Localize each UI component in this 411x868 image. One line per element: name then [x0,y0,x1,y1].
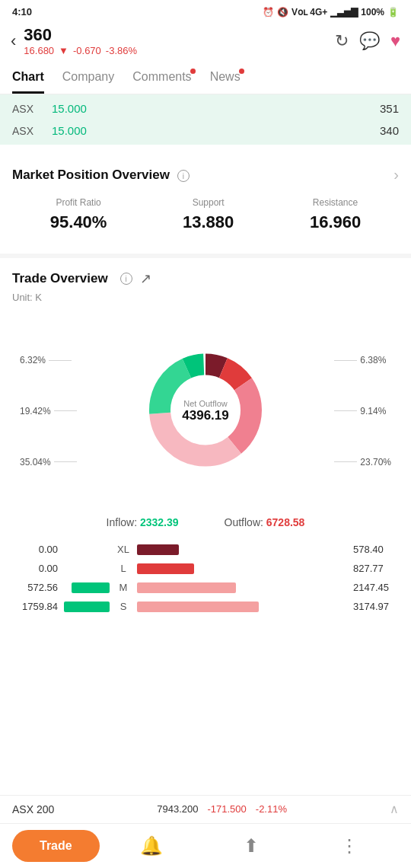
m-right-bar [137,582,236,593]
market-position-section: Market Position Overview i › Profit Rati… [0,154,411,254]
donut-right-label-2: 9.14% [334,406,391,416]
bottom-nav: Trade 🔔 ⬆ ⋮ [0,823,411,868]
ticker-pct: -2.11% [256,803,287,815]
donut-center-value: 4396.19 [182,408,228,423]
ticker-values: 7943.200 -171.500 -2.11% [157,803,287,815]
l-label: L [116,563,131,574]
trade-overview-title: Trade Overview [12,271,108,286]
bar-row-m: 572.56 M 2147.45 [12,582,399,593]
asx-label-1: ASX [12,103,43,115]
asx-table: ASX 15.000 351 ASX 15.000 340 [0,94,411,145]
l-left-fill [64,563,110,574]
s-left-bar [64,602,110,612]
l-right-bar [137,563,194,574]
status-bar: 4:10 ⏰ 🔇 Vᴏʟ 4G+ ▁▃▅▇ 100% 🔋 [0,0,411,21]
stock-price: 16.680 [24,45,54,56]
bar-row-xl: 0.00 XL 578.40 [12,544,399,555]
s-right-bar [137,602,259,612]
s-label: S [116,601,131,612]
tab-company[interactable]: Company [62,64,114,94]
tab-bar: Chart Company Comments News [0,64,411,94]
market-stats: Profit Ratio 95.40% Support 13.880 Resis… [12,194,399,247]
asx-row-2: ASX 15.000 340 [0,120,411,142]
nav-icons: 🔔 ⬆ ⋮ [100,835,399,857]
trade-overview-section: Trade Overview i ↗ Unit: K 6.32% 19.42% … [0,254,411,544]
tab-comments[interactable]: Comments [132,64,191,94]
price-change: -0.670 [73,45,101,56]
more-nav-icon[interactable]: ⋮ [340,835,358,857]
mute-icon: 🔇 [277,7,288,18]
stat-support: Support 13.880 [183,197,234,232]
asx-row-1: ASX 15.000 351 [0,97,411,120]
asx-price-2: 15.000 [52,124,371,137]
back-button[interactable]: ‹ [11,33,16,49]
tab-chart[interactable]: Chart [12,64,44,94]
m-left-bar [72,582,110,593]
asx-vol-1: 351 [380,102,399,115]
asx-vol-2: 340 [380,124,399,137]
xl-right-fill [137,544,347,555]
donut-left-label-2: 19.42% [20,406,77,416]
flow-row: Inflow: 2332.39 Outflow: 6728.58 [12,510,399,538]
stat-profit-ratio: Profit Ratio 95.40% [50,197,107,232]
xl-right-val: 578.40 [353,544,399,555]
m-right-fill [137,582,347,593]
share-nav-icon[interactable]: ⬆ [244,835,259,857]
m-left-val: 572.56 [12,582,58,593]
donut-right-label-1: 6.38% [334,355,391,365]
inflow-value: 2332.39 [140,516,179,528]
stat-resistance: Resistance 16.960 [310,197,361,232]
comments-dot [190,69,196,74]
xl-left-fill [64,544,110,555]
l-right-fill [137,563,347,574]
market-position-chevron[interactable]: › [393,166,399,183]
bar-table: 0.00 XL 578.40 0.00 L 827.77 572.56 M 21… [0,544,411,632]
m-right-val: 2147.45 [353,582,399,593]
trade-button[interactable]: Trade [12,830,100,862]
trade-unit-label: Unit: K [12,292,399,303]
inflow-label: Inflow: 2332.39 [107,516,179,528]
xl-left-val: 0.00 [12,544,58,555]
chat-icon[interactable]: 💬 [359,31,380,51]
market-position-info-icon[interactable]: i [177,170,190,182]
donut-left-label-3: 35.04% [20,457,77,468]
bar-row-s: 1759.84 S 3174.97 [12,601,399,612]
battery-icon: 🔋 [387,7,399,18]
trade-overview-header: Trade Overview i ↗ [12,270,399,287]
market-position-title: Market Position Overview [12,168,170,182]
outflow-label: Outflow: 6728.58 [225,516,305,528]
ticker-change: -171.500 [207,803,246,815]
alert-nav-icon[interactable]: 🔔 [140,835,163,857]
market-position-header: Market Position Overview i › [12,166,399,183]
donut-chart-container: 6.32% 19.42% 35.04% [12,312,399,510]
ticker-expand-icon[interactable]: ∧ [390,802,399,816]
donut-right-label-3: 23.70% [334,457,391,468]
xl-label: XL [116,544,131,555]
header-action-icons: ↻ 💬 ♥ [335,31,400,51]
bottom-spacer [0,632,411,723]
price-change-pct: -3.86% [106,45,137,56]
market-position-title-row: Market Position Overview i [12,168,190,183]
stock-name: 360 [24,25,327,45]
l-left-val: 0.00 [12,563,58,574]
l-right-val: 827.77 [353,563,399,574]
trade-export-icon[interactable]: ↗ [140,270,151,287]
trade-overview-info-icon[interactable]: i [120,273,132,285]
ticker-price: 7943.200 [157,803,198,815]
spacer-1 [0,145,411,154]
outflow-value: 6728.58 [266,516,305,528]
asx-price-1: 15.000 [52,102,371,115]
donut-right-labels: 6.38% 9.14% 23.70% [334,312,391,510]
s-right-fill [137,602,347,612]
refresh-icon[interactable]: ↻ [335,31,349,51]
asx-label-2: ASX [12,125,43,137]
m-left-fill [64,582,110,593]
favorite-icon[interactable]: ♥ [390,31,400,51]
stock-title-block: 360 16.680 ▼ -0.670 -3.86% [24,25,327,56]
price-arrow: ▼ [59,45,68,56]
status-time: 4:10 [12,6,32,18]
s-left-fill [64,602,110,612]
battery-pct: 100% [361,7,384,18]
tab-news[interactable]: News [210,64,241,94]
status-icons: ⏰ 🔇 Vᴏʟ 4G+ ▁▃▅▇ 100% 🔋 [263,7,399,18]
